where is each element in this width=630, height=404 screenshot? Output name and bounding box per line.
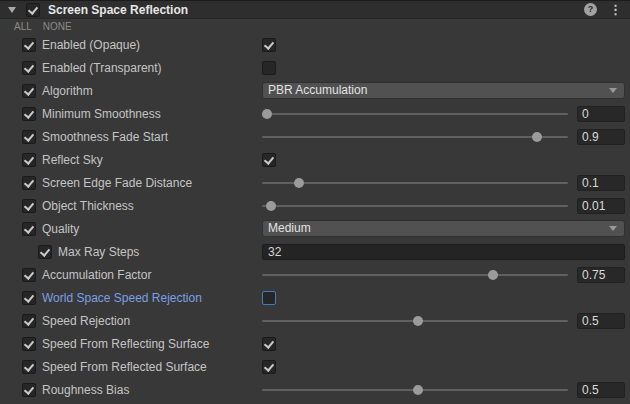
row-screen-edge-fade-distance: Screen Edge Fade Distance 0.1	[0, 171, 630, 194]
row-reflect-sky: Reflect Sky	[0, 148, 630, 171]
slider-track[interactable]	[262, 274, 568, 276]
slider-knob[interactable]	[413, 316, 423, 326]
value-field[interactable]: 0.75	[577, 267, 625, 283]
dropdown-value: Medium	[268, 221, 311, 236]
dropdown-value: PBR Accumulation	[268, 83, 367, 98]
slider-knob[interactable]	[532, 132, 542, 142]
property-label: Minimum Smoothness	[42, 107, 161, 121]
property-label: Quality	[42, 222, 79, 236]
value-checkbox[interactable]	[262, 38, 276, 52]
row-world-space-speed-rejection: World Space Speed Rejection	[0, 286, 630, 309]
value-field[interactable]: 0.01	[577, 198, 625, 214]
property-label: World Space Speed Rejection	[42, 291, 202, 305]
override-checkbox[interactable]	[22, 291, 36, 305]
value-field[interactable]: 0.5	[577, 313, 625, 329]
row-minimum-smoothness: Minimum Smoothness 0	[0, 102, 630, 125]
property-label: Enabled (Transparent)	[42, 61, 162, 75]
value-field[interactable]: 0.5	[577, 382, 625, 398]
property-label: Speed From Reflected Surface	[42, 360, 207, 374]
value-field[interactable]: 0	[577, 106, 625, 122]
component-enabled-checkbox[interactable]	[26, 3, 40, 17]
quick-toggle-row: ALL NONE	[0, 19, 630, 33]
row-accumulation-factor: Accumulation Factor 0.75	[0, 263, 630, 286]
property-label: Algorithm	[42, 84, 93, 98]
override-checkbox[interactable]	[22, 130, 36, 144]
slider-track[interactable]	[262, 320, 568, 322]
property-label: Speed From Reflecting Surface	[42, 337, 209, 351]
override-checkbox[interactable]	[22, 84, 36, 98]
row-max-ray-steps: Max Ray Steps 32	[0, 240, 630, 263]
value-checkbox[interactable]	[262, 153, 276, 167]
value-field[interactable]: 0.1	[577, 175, 625, 191]
property-label: Roughness Bias	[42, 383, 129, 397]
component-header[interactable]: Screen Space Reflection ? ⋮	[0, 0, 630, 19]
row-enabled-opaque: Enabled (Opaque)	[0, 33, 630, 56]
toggle-none-button[interactable]: NONE	[43, 21, 72, 32]
property-label: Enabled (Opaque)	[42, 38, 140, 52]
slider-track[interactable]	[262, 205, 568, 207]
property-label: Max Ray Steps	[58, 245, 139, 259]
help-icon[interactable]: ?	[584, 3, 597, 16]
override-checkbox[interactable]	[22, 107, 36, 121]
override-checkbox[interactable]	[22, 38, 36, 52]
row-enabled-transparent: Enabled (Transparent)	[0, 56, 630, 79]
chevron-down-icon	[609, 226, 617, 231]
slider-knob[interactable]	[294, 178, 304, 188]
override-checkbox[interactable]	[22, 199, 36, 213]
slider-track[interactable]	[262, 136, 568, 138]
property-label: Reflect Sky	[42, 153, 103, 167]
row-speed-from-reflected-surface: Speed From Reflected Surface	[0, 355, 630, 378]
value-field[interactable]: 0.9	[577, 129, 625, 145]
override-checkbox[interactable]	[22, 383, 36, 397]
component-title: Screen Space Reflection	[48, 3, 584, 17]
override-checkbox[interactable]	[22, 337, 36, 351]
kebab-menu-icon[interactable]: ⋮	[609, 3, 622, 16]
foldout-arrow-icon[interactable]	[8, 7, 16, 13]
row-speed-from-reflecting-surface: Speed From Reflecting Surface	[0, 332, 630, 355]
value-checkbox[interactable]	[262, 360, 276, 374]
override-checkbox[interactable]	[22, 314, 36, 328]
quality-dropdown[interactable]: Medium	[262, 220, 625, 237]
slider-knob[interactable]	[488, 270, 498, 280]
override-checkbox[interactable]	[22, 268, 36, 282]
slider-knob[interactable]	[413, 385, 423, 395]
toggle-all-button[interactable]: ALL	[14, 21, 32, 32]
override-checkbox[interactable]	[22, 61, 36, 75]
max-ray-steps-field[interactable]: 32	[262, 244, 625, 260]
value-checkbox[interactable]	[262, 337, 276, 351]
value-checkbox[interactable]	[262, 61, 276, 75]
value-checkbox[interactable]	[262, 291, 276, 305]
override-checkbox[interactable]	[22, 222, 36, 236]
property-label: Smoothness Fade Start	[42, 130, 168, 144]
ssr-inspector-panel: Screen Space Reflection ? ⋮ ALL NONE Ena…	[0, 0, 630, 404]
row-quality: Quality Medium	[0, 217, 630, 240]
override-checkbox[interactable]	[38, 245, 52, 259]
chevron-down-icon	[609, 88, 617, 93]
slider-track[interactable]	[262, 182, 568, 184]
algorithm-dropdown[interactable]: PBR Accumulation	[262, 82, 625, 99]
row-object-thickness: Object Thickness 0.01	[0, 194, 630, 217]
property-label: Screen Edge Fade Distance	[42, 176, 192, 190]
property-label: Accumulation Factor	[42, 268, 151, 282]
property-label: Object Thickness	[42, 199, 134, 213]
slider-track[interactable]	[262, 389, 568, 391]
slider-knob[interactable]	[266, 201, 276, 211]
row-speed-rejection: Speed Rejection 0.5	[0, 309, 630, 332]
property-label: Speed Rejection	[42, 314, 130, 328]
slider-knob[interactable]	[262, 109, 272, 119]
property-rows: Enabled (Opaque) Enabled (Transparent) A…	[0, 33, 630, 401]
row-smoothness-fade-start: Smoothness Fade Start 0.9	[0, 125, 630, 148]
row-roughness-bias: Roughness Bias 0.5	[0, 378, 630, 401]
override-checkbox[interactable]	[22, 153, 36, 167]
row-algorithm: Algorithm PBR Accumulation	[0, 79, 630, 102]
override-checkbox[interactable]	[22, 176, 36, 190]
slider-track[interactable]	[262, 113, 568, 115]
override-checkbox[interactable]	[22, 360, 36, 374]
